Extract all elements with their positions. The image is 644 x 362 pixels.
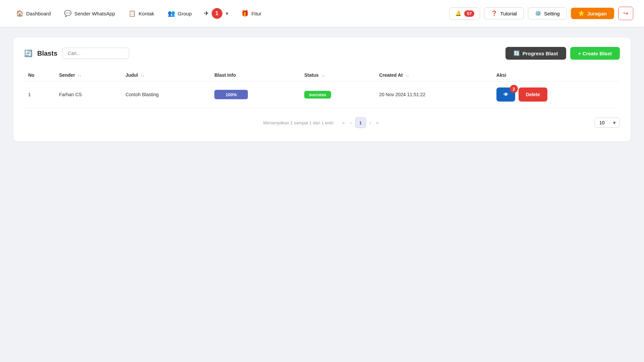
col-sender[interactable]: Sender ↑↓: [55, 69, 121, 81]
question-icon: ❓: [491, 10, 497, 16]
col-created-at[interactable]: Created At ↑↓: [375, 69, 492, 81]
sender-sort-icon: ↑↓: [78, 73, 82, 77]
table-body: 1 Farhan CS Contoh Blasting 100% success…: [24, 81, 620, 108]
navbar: 🏠 Dashboard 💬 Sender WhatsApp 📋 Kontak 👥…: [0, 0, 644, 27]
rows-per-page-wrapper: 10 25 50 100 ▼: [594, 118, 620, 128]
blast-plane-icon: ✈: [204, 10, 209, 17]
detail-icon: 👁: [503, 92, 508, 97]
tutorial-button[interactable]: ❓ Tutorial: [484, 7, 524, 19]
refresh-icon[interactable]: 🔄: [24, 49, 33, 57]
nav-fitur-label: Fitur: [251, 11, 261, 16]
prev-page-button[interactable]: ‹: [348, 119, 354, 127]
main-content: 🔄 Blasts 🔄 Progress Blast + Create Blast: [0, 27, 644, 152]
nav-dashboard-label: Dashboard: [26, 11, 51, 16]
progress-bar-value: 100%: [226, 92, 237, 97]
blasts-table-wrapper: No Sender ↑↓ Judul ↑↓ Blast Info: [24, 69, 620, 108]
nav-blast[interactable]: ✈ 1 ▼: [200, 5, 233, 21]
home-icon: 🏠: [16, 10, 23, 17]
nav-kontak[interactable]: 📋 Kontak: [123, 7, 160, 20]
cell-status: success: [300, 81, 375, 108]
col-blast-info: Blast Info: [210, 69, 300, 81]
gear-icon: ⚙️: [535, 10, 541, 16]
status-badge: success: [304, 91, 331, 99]
notification-badge: 57: [464, 10, 474, 17]
rows-select-container: 10 25 50 100 ▼: [594, 118, 620, 128]
col-status[interactable]: Status ↑↓: [300, 69, 375, 81]
cell-judul: Contoh Blasting: [121, 81, 210, 108]
nav-dashboard[interactable]: 🏠 Dashboard: [11, 7, 56, 20]
fitur-icon: 🎁: [241, 10, 249, 17]
nav-kontak-label: Kontak: [139, 11, 154, 16]
action-detail-button[interactable]: 👁 2: [496, 87, 515, 102]
blasts-card: 🔄 Blasts 🔄 Progress Blast + Create Blast: [13, 38, 631, 141]
whatsapp-icon: 💬: [64, 10, 71, 17]
last-page-button[interactable]: »: [374, 119, 381, 127]
first-page-button[interactable]: «: [340, 119, 347, 127]
status-sort-icon: ↑↓: [321, 73, 325, 77]
logout-button[interactable]: ↪: [618, 7, 633, 20]
group-icon: 👥: [168, 10, 175, 17]
juragan-button[interactable]: ⭐ Juragan: [571, 8, 614, 19]
action-badge: 2: [510, 85, 518, 93]
action-cell: 👁 2 Delete: [496, 87, 616, 102]
sync-icon: 🔄: [514, 50, 520, 56]
card-header-left: 🔄 Blasts: [24, 48, 129, 59]
tutorial-label: Tutorial: [500, 11, 517, 16]
card-header: 🔄 Blasts 🔄 Progress Blast + Create Blast: [24, 47, 620, 60]
setting-label: Setting: [544, 11, 560, 16]
create-blast-button[interactable]: + Create Blast: [570, 47, 620, 60]
nav-group-label: Group: [178, 11, 192, 16]
rows-per-page-select[interactable]: 10 25 50 100: [594, 118, 620, 128]
pagination-info: Menampilkan 1 sampai 1 dari 1 entri: [263, 120, 334, 125]
nav-fitur[interactable]: 🎁 Fitur: [236, 7, 267, 20]
nav-sender-whatsapp[interactable]: 💬 Sender WhatsApp: [59, 7, 120, 20]
progress-blast-button[interactable]: 🔄 Progress Blast: [505, 47, 566, 60]
cell-no: 1: [24, 81, 55, 108]
table-row: 1 Farhan CS Contoh Blasting 100% success…: [24, 81, 620, 108]
delete-button[interactable]: Delete: [519, 87, 547, 102]
col-judul[interactable]: Judul ↑↓: [121, 69, 210, 81]
cell-created-at: 20 Nov 2024 11:51:22: [375, 81, 492, 108]
kontak-icon: 📋: [128, 10, 136, 17]
progress-blast-label: Progress Blast: [523, 51, 558, 56]
cell-blast-info: 100%: [210, 81, 300, 108]
juragan-label: Juragan: [587, 11, 607, 16]
blasts-table: No Sender ↑↓ Judul ↑↓ Blast Info: [24, 69, 620, 108]
card-header-right: 🔄 Progress Blast + Create Blast: [505, 47, 620, 60]
notification-button[interactable]: 🔔 57: [449, 7, 480, 20]
judul-sort-icon: ↑↓: [141, 73, 144, 77]
next-page-button[interactable]: ›: [367, 119, 373, 127]
table-header: No Sender ↑↓ Judul ↑↓ Blast Info: [24, 69, 620, 81]
cell-aksi: 👁 2 Delete: [492, 81, 620, 108]
page-title: Blasts: [37, 50, 57, 57]
setting-button[interactable]: ⚙️ Setting: [528, 7, 567, 19]
created-at-sort-icon: ↑↓: [406, 73, 409, 77]
nav-sender-label: Sender WhatsApp: [74, 11, 115, 16]
create-blast-label: + Create Blast: [578, 51, 612, 56]
logout-icon: ↪: [623, 10, 628, 17]
nav-group[interactable]: 👥 Group: [162, 7, 197, 20]
blast-badge: 1: [212, 8, 222, 19]
col-no: No: [24, 69, 55, 81]
star-icon: ⭐: [578, 10, 585, 16]
pagination-row: Menampilkan 1 sampai 1 dari 1 entri « ‹ …: [24, 117, 620, 128]
progress-bar: 100%: [214, 90, 248, 99]
page-1-button[interactable]: 1: [355, 117, 366, 128]
bell-icon: 🔔: [455, 10, 462, 16]
blast-chevron-icon: ▼: [225, 11, 229, 16]
cell-sender: Farhan CS: [55, 81, 121, 108]
search-input[interactable]: [62, 48, 129, 59]
col-aksi: Aksi: [492, 69, 620, 81]
navbar-right: 🔔 57 ❓ Tutorial ⚙️ Setting ⭐ Juragan ↪: [449, 7, 633, 20]
